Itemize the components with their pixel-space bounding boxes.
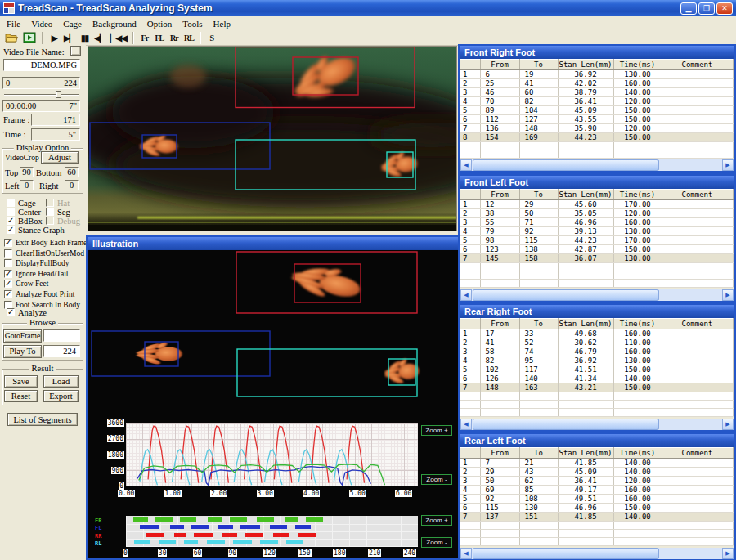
horizontal-scrollbar[interactable]: ◀▶ <box>460 419 734 430</box>
slider-thumb[interactable] <box>56 91 61 98</box>
table-row[interactable]: 815416944.23150.00 <box>460 133 733 142</box>
table-row[interactable] <box>460 392 733 401</box>
checkbox-box[interactable] <box>4 259 12 267</box>
table-row[interactable] <box>460 401 733 409</box>
table-row[interactable]: 611513046.96150.00 <box>460 504 733 513</box>
table-row[interactable]: 612313842.87150.00 <box>460 245 733 254</box>
play-icon[interactable]: ▶ <box>47 31 61 45</box>
table-row[interactable] <box>460 409 733 417</box>
checkbox-analyze[interactable]: Analyze <box>7 308 47 317</box>
checkbox-box[interactable] <box>4 239 12 247</box>
checkbox-box[interactable] <box>7 226 15 234</box>
table-row[interactable]: 161936.92130.00 <box>460 70 733 79</box>
goto-frame-field[interactable] <box>43 329 80 342</box>
checkbox-box[interactable] <box>7 208 15 216</box>
table-row[interactable]: 714515836.07130.00 <box>460 254 733 263</box>
checkbox-box[interactable] <box>4 249 12 258</box>
table-row[interactable]: 3587446.79160.00 <box>460 347 733 356</box>
table-row[interactable]: 1173349.68160.00 <box>460 329 733 338</box>
step-forward-icon[interactable]: ▶▏ <box>62 31 76 45</box>
checkbox-ignore-head-tail[interactable]: Ignore Head/Tail <box>4 270 69 279</box>
scroll-thumb[interactable] <box>473 419 659 430</box>
table-row[interactable]: 3506236.41120.00 <box>460 477 733 486</box>
crop-left-field[interactable]: 0 <box>20 180 34 190</box>
scroll-left-arrow[interactable]: ◀ <box>460 548 472 559</box>
scroll-right-arrow[interactable]: ▶ <box>722 289 734 301</box>
toolbar-button-s[interactable]: S <box>205 31 218 45</box>
menu-tools[interactable]: Tools <box>178 18 209 29</box>
toolbar-button-rl[interactable]: RL <box>182 31 195 45</box>
checkbox-seg[interactable]: Seg <box>46 208 70 217</box>
crop-right-field[interactable]: 0 <box>65 180 79 190</box>
goto-frame-button[interactable]: GotoFrame <box>3 329 42 343</box>
scroll-left-arrow[interactable]: ◀ <box>460 419 472 430</box>
minimize-button[interactable]: ▁ <box>680 2 697 15</box>
table-row[interactable]: 2254142.02160.00 <box>460 79 733 88</box>
checkbox-grow-feet[interactable]: Grow Feet <box>4 280 48 289</box>
video-position-slider[interactable] <box>4 94 79 96</box>
play-to-button[interactable]: Play To <box>3 345 42 358</box>
checkbox-clearhistonusermod[interactable]: ClearHistOnUserMod <box>4 249 84 258</box>
checkbox-box[interactable] <box>7 308 15 316</box>
menu-help[interactable]: Help <box>209 18 237 29</box>
table-row[interactable]: 4829536.92130.00 <box>460 356 733 365</box>
table-row[interactable]: 713715141.85140.00 <box>460 513 733 522</box>
table-row[interactable] <box>460 538 733 546</box>
table-row[interactable]: 713614835.90120.00 <box>460 124 733 133</box>
list-of-segments-button[interactable]: List of Segments <box>7 413 78 426</box>
table-row[interactable]: 510211741.51150.00 <box>460 365 733 374</box>
table-row[interactable] <box>460 263 733 271</box>
table-row[interactable]: 3557146.96160.00 <box>460 218 733 227</box>
export-button[interactable]: Export <box>43 390 79 402</box>
checkbox-extr-body-each-frame[interactable]: Extr Body Each Frame <box>4 239 87 248</box>
menu-file[interactable]: File <box>2 18 27 29</box>
table-row[interactable]: 2294345.09140.00 <box>460 468 733 477</box>
checkbox-box[interactable] <box>4 280 12 288</box>
play-to-field[interactable]: 224 <box>43 345 80 357</box>
checkbox-stance-graph[interactable]: Stance Graph <box>7 226 65 235</box>
scroll-thumb[interactable] <box>473 159 659 171</box>
close-button[interactable]: ✕ <box>716 2 733 15</box>
rewind-icon[interactable]: ▏◀◀ <box>109 31 128 45</box>
table-row[interactable] <box>460 142 733 150</box>
scroll-right-arrow[interactable]: ▶ <box>722 419 734 430</box>
menu-option[interactable]: Option <box>143 18 179 29</box>
toolbar-button-fr[interactable]: Fr <box>138 31 151 45</box>
table-row[interactable]: 4708236.41120.00 <box>460 97 733 106</box>
horizontal-scrollbar[interactable]: ◀▶ <box>460 548 734 559</box>
menu-background[interactable]: Background <box>88 18 143 29</box>
checkbox-box[interactable] <box>7 217 15 225</box>
menu-video[interactable]: Video <box>27 18 59 29</box>
pause-icon[interactable]: ▮▮ <box>78 31 91 45</box>
table-row[interactable]: 59210849.51160.00 <box>460 495 733 504</box>
step-back-icon[interactable]: ◀▏ <box>92 31 106 45</box>
table-row[interactable]: 3466038.79140.00 <box>460 88 733 97</box>
toolbar-button-rr[interactable]: Rr <box>168 31 181 45</box>
strip-zoom-out-button[interactable]: Zoom - <box>421 537 452 548</box>
checkbox-box[interactable] <box>4 290 12 298</box>
time-field[interactable]: 5" <box>31 128 80 141</box>
table-row[interactable]: 172141.85140.00 <box>460 459 733 468</box>
maximize-button[interactable]: ❐ <box>698 2 715 15</box>
table-row[interactable]: 2415230.62110.00 <box>460 338 733 347</box>
table-row[interactable]: 4799239.13130.00 <box>460 227 733 236</box>
table-row[interactable] <box>460 530 733 538</box>
video-capture-icon[interactable] <box>21 31 38 45</box>
checkbox-box[interactable] <box>4 270 12 278</box>
reset-button[interactable]: Reset <box>4 390 38 402</box>
scroll-left-arrow[interactable]: ◀ <box>460 289 472 301</box>
checkbox-displayfullbody[interactable]: DisplayFullBody <box>4 259 69 268</box>
crop-bottom-field[interactable]: 60 <box>65 167 79 177</box>
checkbox-cage[interactable]: Cage <box>7 199 36 208</box>
horizontal-scrollbar[interactable]: ◀▶ <box>460 159 734 171</box>
save-button[interactable]: Save <box>4 375 38 388</box>
scroll-left-arrow[interactable]: ◀ <box>460 159 472 171</box>
table-row[interactable]: 4698549.17160.00 <box>460 486 733 495</box>
frame-field[interactable]: 171 <box>31 114 80 126</box>
video-file-field[interactable]: DEMO.MPG <box>3 59 80 71</box>
adjust-button[interactable]: Adjust <box>41 151 79 164</box>
table-row[interactable]: 612614041.34140.00 <box>460 374 733 383</box>
graph-zoom-in-button[interactable]: Zoom + <box>421 425 452 436</box>
strip-zoom-in-button[interactable]: Zoom + <box>421 515 452 526</box>
table-row[interactable]: 59811544.23170.00 <box>460 236 733 245</box>
